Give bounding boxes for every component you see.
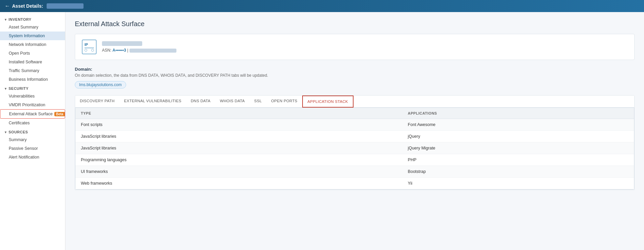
cell-applications: Font Awesome (402, 119, 634, 131)
sidebar-section-inventory-label: INVENTORY (9, 17, 32, 21)
sidebar-section-security-label: SECURITY (9, 86, 29, 90)
cell-type: Font scripts (75, 119, 402, 131)
sidebar-item-vulnerabilities[interactable]: Vulnerabilities (0, 92, 65, 101)
domain-description: On domain selection, the data from DNS D… (75, 73, 635, 78)
sidebar-item-external-attack-surface-label: External Attack Surface (9, 112, 53, 116)
table-row: Web frameworksYii (75, 178, 634, 189)
tab-external-vulnerabilities[interactable]: EXTERNAL VULNERABILITIES (119, 96, 186, 107)
main-layout: ▾ INVENTORY Asset Summary System Informa… (0, 12, 644, 250)
asn-prefix: ASN: (102, 48, 112, 53)
asset-title-placeholder (47, 3, 84, 9)
sidebar-item-network-information[interactable]: Network Information (0, 40, 65, 49)
table-row: UI frameworksBootstrap (75, 166, 634, 178)
cell-applications: Bootstrap (402, 166, 634, 178)
asn-value[interactable]: A••••••3 (112, 48, 126, 53)
application-stack-table: TYPE APPLICATIONS Font scriptsFont Aweso… (75, 108, 634, 189)
ip-address-placeholder (102, 41, 142, 46)
back-button[interactable]: ← (5, 3, 10, 9)
sidebar-section-sources[interactable]: ▾ SOURCES (0, 127, 65, 135)
content-area: External Attack Surface IP ASN: A••••••3… (65, 12, 644, 250)
cell-applications: jQuery Migrate (402, 142, 634, 154)
sidebar-item-system-information[interactable]: System Information (0, 32, 65, 40)
tab-open-ports[interactable]: OPEN PORTS (266, 96, 302, 107)
ip-icon-label: IP (85, 43, 94, 47)
col-applications: APPLICATIONS (402, 108, 634, 119)
cell-applications: Yii (402, 178, 634, 189)
tabs-container: DISCOVERY PATH EXTERNAL VULNERABILITIES … (75, 96, 634, 108)
sidebar-section-inventory[interactable]: ▾ INVENTORY (0, 15, 65, 23)
sidebar: ▾ INVENTORY Asset Summary System Informa… (0, 12, 65, 250)
ip-card: IP ASN: A••••••3 | (75, 34, 635, 60)
beta-badge: Beta (54, 112, 65, 116)
ip-info: ASN: A••••••3 | (102, 41, 176, 53)
tab-application-stack[interactable]: APPLICATION STACK (302, 96, 354, 108)
tab-ssl[interactable]: SSL (250, 96, 267, 107)
page-title: Asset Details: (12, 3, 43, 9)
chevron-down-icon: ▾ (5, 130, 7, 134)
sidebar-item-alert-notification[interactable]: Alert Notification (0, 153, 65, 162)
tab-dns-data[interactable]: DNS DATA (186, 96, 215, 107)
cell-applications: jQuery (402, 131, 634, 142)
sidebar-item-traffic-summary[interactable]: Traffic Summary (0, 66, 65, 75)
domain-section: Domain: On domain selection, the data fr… (75, 67, 635, 88)
ip-icon: IP (82, 40, 97, 54)
cell-type: UI frameworks (75, 166, 402, 178)
tabs-wrapper: DISCOVERY PATH EXTERNAL VULNERABILITIES … (75, 95, 635, 190)
table-header-row: TYPE APPLICATIONS (75, 108, 634, 119)
sidebar-item-installed-software[interactable]: Installed Software (0, 58, 65, 66)
sidebar-section-security[interactable]: ▾ SECURITY (0, 84, 65, 92)
table-row: Programming languagesPHP (75, 154, 634, 166)
sidebar-item-certificates[interactable]: Certificates (0, 119, 65, 127)
domain-label: Domain: (75, 67, 635, 72)
cell-type: Web frameworks (75, 178, 402, 189)
chevron-down-icon: ▾ (5, 18, 7, 21)
tab-whois-data[interactable]: WHOIS DATA (215, 96, 250, 107)
cell-applications: PHP (402, 154, 634, 166)
sidebar-item-passive-sensor[interactable]: Passive Sensor (0, 144, 65, 153)
asn-company-placeholder (129, 49, 176, 53)
sidebar-item-business-information[interactable]: Business Information (0, 75, 65, 84)
sidebar-item-external-attack-surface[interactable]: External Attack Surface Beta (0, 109, 65, 119)
cell-type: Programming languages (75, 154, 402, 166)
table-row: Font scriptsFont Awesome (75, 119, 634, 131)
domain-tag[interactable]: lms.blujaysolutions.com (75, 81, 126, 88)
sidebar-section-sources-label: SOURCES (9, 130, 28, 134)
col-type: TYPE (75, 108, 402, 119)
sidebar-item-vmdr-prioritization[interactable]: VMDR Prioritization (0, 101, 65, 109)
table-row: JavaScript librariesjQuery (75, 131, 634, 142)
table-row: JavaScript librariesjQuery Migrate (75, 142, 634, 154)
cell-type: JavaScript libraries (75, 131, 402, 142)
page-heading: External Attack Surface (75, 20, 635, 28)
sidebar-item-open-ports[interactable]: Open Ports (0, 49, 65, 58)
table-wrapper: TYPE APPLICATIONS Font scriptsFont Aweso… (75, 108, 634, 190)
sidebar-item-asset-summary[interactable]: Asset Summary (0, 23, 65, 32)
sidebar-item-summary[interactable]: Summary (0, 135, 65, 144)
top-header: ← Asset Details: (0, 0, 644, 12)
asn-line: ASN: A••••••3 | (102, 48, 176, 53)
chevron-down-icon: ▾ (5, 87, 7, 90)
cell-type: JavaScript libraries (75, 142, 402, 154)
tab-discovery-path[interactable]: DISCOVERY PATH (75, 96, 119, 107)
asn-separator: | (126, 48, 129, 53)
